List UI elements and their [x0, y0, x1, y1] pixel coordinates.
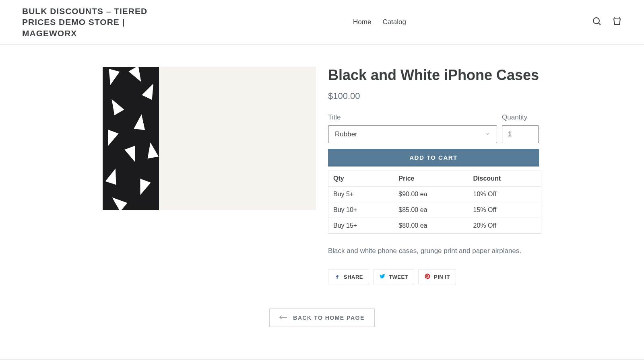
quantity-input[interactable]	[502, 125, 539, 143]
site-title[interactable]: BULK DISCOUNTS – TIERED PRICES DEMO STOR…	[22, 6, 167, 39]
product-info: Black and White iPhone Cases $100.00 Tit…	[328, 67, 541, 285]
share-pinterest-button[interactable]: PIN IT	[418, 269, 456, 284]
variant-row: Title Rubber Quantity	[328, 113, 541, 143]
th-price: Price	[394, 171, 468, 186]
share-twitter-label: TWEET	[389, 274, 408, 280]
variant-value: Rubber	[335, 130, 357, 138]
facebook-icon	[334, 273, 341, 281]
share-facebook-button[interactable]: SHARE	[328, 269, 369, 284]
variant-select[interactable]: Rubber	[328, 125, 497, 143]
th-qty: Qty	[328, 171, 394, 186]
nav-catalog[interactable]: Catalog	[382, 18, 406, 26]
header-icons	[592, 16, 622, 28]
product-price: $100.00	[328, 91, 541, 101]
top-nav: Home Catalog	[167, 18, 592, 26]
arrow-left-icon	[279, 315, 287, 321]
product-main: Black and White iPhone Cases $100.00 Tit…	[0, 45, 644, 309]
table-row: Buy 15+ $80.00 ea 20% Off	[328, 218, 541, 233]
product-image	[103, 67, 316, 210]
back-wrap: BACK TO HOME PAGE	[0, 309, 644, 359]
cart-icon[interactable]	[612, 16, 622, 28]
variant-label: Title	[328, 113, 497, 121]
discount-table: Qty Price Discount Buy 5+ $90.00 ea 10% …	[328, 171, 541, 234]
th-discount: Discount	[469, 171, 541, 186]
share-twitter-button[interactable]: TWEET	[373, 269, 414, 284]
back-to-home-button[interactable]: BACK TO HOME PAGE	[269, 309, 374, 327]
pinterest-icon	[424, 273, 431, 281]
quantity-label: Quantity	[502, 113, 539, 121]
share-facebook-label: SHARE	[344, 274, 363, 280]
site-header: BULK DISCOUNTS – TIERED PRICES DEMO STOR…	[0, 0, 644, 45]
nav-home[interactable]: Home	[353, 18, 371, 26]
svg-line-1	[599, 23, 601, 25]
svg-point-0	[593, 18, 599, 24]
add-to-cart-button[interactable]: ADD TO CART	[328, 149, 539, 167]
table-row: Buy 5+ $90.00 ea 10% Off	[328, 186, 541, 202]
product-description: Black and white phone cases, grunge prin…	[328, 246, 541, 256]
share-pinterest-label: PIN IT	[434, 274, 450, 280]
share-row: SHARE TWEET PIN IT	[328, 269, 541, 284]
site-footer	[0, 359, 644, 362]
twitter-icon	[379, 273, 386, 281]
chevron-down-icon	[485, 130, 490, 138]
table-row: Buy 10+ $85.00 ea 15% Off	[328, 202, 541, 218]
back-label: BACK TO HOME PAGE	[293, 315, 364, 321]
search-icon[interactable]	[592, 16, 602, 28]
product-title: Black and White iPhone Cases	[328, 67, 541, 84]
